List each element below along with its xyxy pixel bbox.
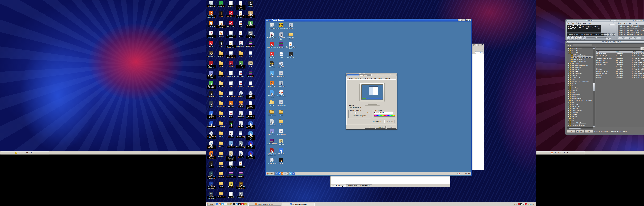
desktop-icon[interactable]: ↗MagicISO [236,91,246,98]
desktop-icon[interactable]: ↗VSO DivxToDVD [246,91,255,99]
tray-icon[interactable]: ▦ [458,173,460,175]
desktop-icon[interactable]: F↗SpeedFan [236,191,246,198]
table-row[interactable]: The Worst Day EverSimple PlanNo Pads, No… [596,55,644,57]
expand-icon[interactable]: + [568,110,569,111]
quick-launch-icon[interactable]: M [290,172,292,175]
firefox-titlebar[interactable]: ◂▸ ⧉ _ □ X [471,44,484,46]
quick-launch-icon[interactable]: W [224,203,227,205]
dialog-titlebar[interactable]: Display Properties ? X [346,74,397,76]
apply-button[interactable]: Apply [386,126,396,128]
desktop-icon[interactable]: .htaccess [226,0,236,7]
playlist-add-button[interactable]: + Add [618,37,623,40]
expand-icon[interactable]: + [568,122,569,124]
desktop-icon[interactable]: ◇↗SiSoftware Sandra ... [206,181,216,189]
tree-item[interactable]: +Smash Mouth [567,93,593,95]
desktop-icon[interactable]: ☠↗Play Ghost Recon A... [206,171,216,179]
table-row[interactable]: I'd Do AnythingSimple PlanNo Pads, No He… [596,53,644,55]
tab-settings[interactable]: Settings [383,77,391,80]
tree-item[interactable]: +Something Corporate [567,124,593,126]
desktop-icon[interactable]: A↗Alcohol 120% [267,42,276,48]
library-menu-icon[interactable]: ≡ [566,41,568,42]
quick-launch-icon[interactable]: S [238,203,241,205]
tree-item[interactable]: +Snapcase [567,104,593,106]
playlist-track[interactable]: 5. Simple Plan - When I'm With You2:37 [619,33,644,36]
shade-icon[interactable]: ▾ [612,20,614,21]
pause-button[interactable]: ▮▮ [575,36,578,40]
tree-item[interactable]: +Smooth Rapture [567,97,593,99]
playlist-menu-icon[interactable]: ≡ [618,20,620,21]
minimize-icon[interactable]: _ [463,19,466,21]
desktop-icon[interactable]: VirtualDub-... [216,191,226,198]
playlist-track[interactable]: 1. Simple Plan - I'd Do Anything3:17 [619,25,644,27]
desktop-icon[interactable]: ATI↗6-11_xp-2k... [226,20,236,27]
expand-icon[interactable]: + [568,81,569,82]
tree-item[interactable]: +Simple Minds [567,50,593,52]
playlist-track[interactable]: 6. Simple Plan - Meet You There4:14 [619,36,644,36]
config-dropdown[interactable]: ▼ [606,38,611,40]
desktop-icon[interactable]: albumart [216,51,226,57]
tree-item[interactable]: +Snap [567,101,593,104]
ultramon-move-icon[interactable]: ◂▸ [458,19,460,21]
tree-item[interactable]: +Sinisters [567,74,593,76]
expand-icon[interactable]: + [568,98,569,99]
tree-item[interactable]: +Sixpence None The Richer [567,81,593,83]
display-properties-dialog[interactable]: Display Properties ? X ThemesDesktopScre… [346,73,397,130]
desktop-icon[interactable]: ♪Gucci- Popcorn Remix [236,0,246,10]
desktop-icon[interactable]: DVD-RBv12... [226,171,236,178]
desktop-icon[interactable]: Overclocking [236,131,246,138]
tab-screen-saver[interactable]: Screen Saver [362,77,373,80]
desktop-icon[interactable]: ◉Buy SoundTaxi Now [286,42,296,50]
expand-icon[interactable]: + [568,50,569,52]
cancel-button[interactable]: Cancel [376,126,386,128]
tray-icon[interactable]: S [520,203,522,205]
column-header-artist[interactable]: Artist [615,50,631,53]
desktop-icon[interactable]: avatar [216,61,226,67]
playlist-titlebar[interactable]: ≡ PLAYLIST EDITOR ▾ X [617,20,644,22]
tree-item[interactable]: MTV Hard Rock Live [567,54,593,56]
taskbar-window-button[interactable]: Fremote desktop screens... [248,203,281,206]
menu-help[interactable]: Help [634,22,637,24]
transfer-list-area[interactable] [331,176,450,184]
desktop-icon[interactable]: keys [276,52,286,58]
desktop-icon[interactable]: F↗Mozilla Firefox [206,151,216,159]
tree-item[interactable]: +Sonic Youth [567,126,593,127]
remote-desktop-window[interactable]: p4 - Remote Desktop ◂▸ ⧉ _ ❐ X ♻Recycle … [265,19,472,176]
desktop-icon[interactable]: ▦↗NoClone [236,121,246,128]
expand-icon[interactable]: + [568,63,569,64]
scroll-up-icon[interactable]: ▲ [593,48,595,49]
desktop-icon[interactable]: ATI Tool Instructions [226,51,236,58]
tree-item[interactable]: +Soft Cell [567,116,593,118]
desktop-icon[interactable]: gspot260b00 [216,111,226,118]
rdp-start-button[interactable]: Start [266,172,274,175]
desktop-icon[interactable]: ▤↗eac465d [276,138,286,145]
expand-icon[interactable]: + [568,79,569,80]
expand-icon[interactable]: + [568,108,569,109]
expand-icon[interactable]: + [568,102,569,103]
playlist-misc-button[interactable]: * Misc [636,37,641,40]
desktop-icon[interactable]: Battlefield 2 [226,91,236,98]
desktop-icon[interactable]: S↗Steam [246,0,255,7]
desktop-icon[interactable]: ▥↗Setup_Magi... [276,71,286,78]
tray-icon[interactable]: ◉ [525,203,527,205]
desktop-icon[interactable]: ▥↗SetupAnyDVD [276,100,286,106]
desktop-icon[interactable]: I↗Ipswitch WS_FTP ... [206,141,216,149]
quick-launch-icon[interactable]: ▤ [227,203,230,205]
quick-launch-icon[interactable]: ♪ [275,172,278,175]
rdp-desktop[interactable]: ♻Recycle BinDVD↗DVD Rebuilder▣↗SoundTaxi… [266,22,472,175]
tree-item[interactable]: +Socialburn [567,112,593,114]
desktop-icon[interactable]: ⇩↗Stream Down... [246,10,255,18]
menu-view[interactable]: View [583,22,586,24]
desktop-icon[interactable]: gen_dl.dll [226,191,236,198]
expand-icon[interactable]: + [568,88,569,88]
tree-item[interactable]: Still Not Getting Any [567,60,593,62]
desktop-icon[interactable]: Subaru [216,181,226,188]
tray-icon[interactable]: ◆ [518,203,520,205]
tree-hscrollbar[interactable] [567,128,593,129]
desktop-icon[interactable]: L↗LimeWire PRO 4.10.9 [236,61,246,68]
table-row[interactable]: God Must Hate MeSimple PlanNo Pads, No H… [596,70,644,72]
desktop-icon[interactable]: 99↗Fraps [206,101,216,108]
quick-launch-icon[interactable]: ◍ [230,203,232,205]
desktop-icon[interactable]: ↗DVD Decrypter [267,158,276,164]
desktop-icon[interactable]: FAH [276,119,286,126]
quick-launch-icon[interactable]: e [216,203,218,205]
